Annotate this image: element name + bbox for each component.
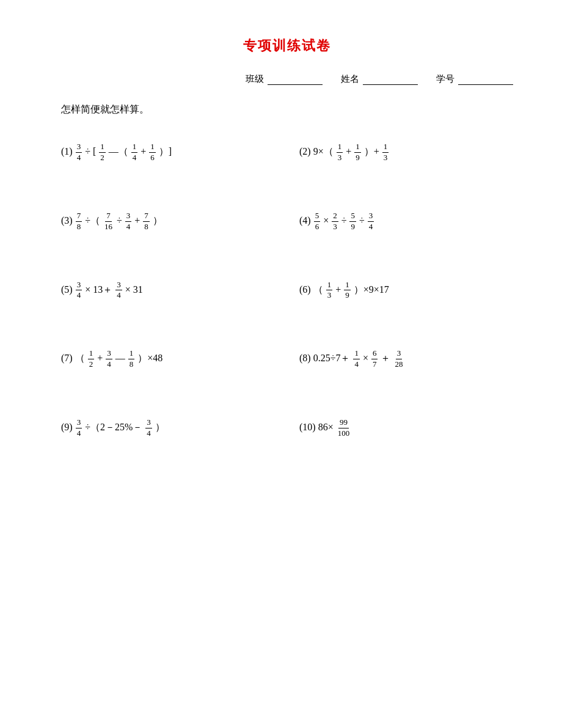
problem-4-expr: 56 × 23 ÷ 59 ÷ 34 bbox=[313, 215, 375, 226]
problem-pair-4: (7) （ 12 + 34 — 18 ）×48 (8) 0.25÷7＋ bbox=[61, 348, 513, 370]
frac-2-2: 19 bbox=[354, 142, 361, 163]
problem-8: (8) 0.25÷7＋ 14 × 67 ＋ 328 bbox=[299, 348, 513, 370]
class-field: 班级 bbox=[246, 73, 323, 85]
problem-2-expr: 9×（ 13 + 19 ）+ 13 bbox=[313, 146, 390, 156]
problem-4-num: (4) bbox=[299, 215, 313, 226]
frac-6-2: 19 bbox=[344, 280, 351, 301]
problem-9: (9) 34 ÷（2－25%－ 34 ） bbox=[61, 417, 275, 439]
problem-6-expr: （ 13 + 19 ）×9×17 bbox=[313, 284, 389, 295]
header-info: 班级 姓名 学号 bbox=[61, 73, 513, 85]
frac-4-2: 23 bbox=[332, 211, 338, 232]
frac-2-1: 13 bbox=[337, 142, 343, 163]
problem-row-2: (3) 78 ÷（ 716 ÷ 34 + 78 ） (4) bbox=[61, 200, 513, 269]
id-underline bbox=[458, 74, 513, 85]
problem-3: (3) 78 ÷（ 716 ÷ 34 + 78 ） bbox=[61, 211, 275, 232]
frac-7-1: 12 bbox=[88, 348, 95, 370]
problem-7-expr: （ 12 + 34 — 18 ）×48 bbox=[75, 353, 163, 363]
frac-8-2: 67 bbox=[371, 348, 378, 370]
frac-4-1: 56 bbox=[314, 211, 321, 232]
id-label: 学号 bbox=[436, 73, 454, 85]
frac-1-1: 34 bbox=[76, 142, 82, 163]
problem-8-expr: 0.25÷7＋ 14 × 67 ＋ 328 bbox=[313, 353, 405, 363]
problem-row-1: (1) 34 ÷ [ 12 —（ 14 + 16 ）] (2) bbox=[61, 131, 513, 200]
problem-4: (4) 56 × 23 ÷ 59 ÷ 34 bbox=[299, 211, 513, 232]
problem-2: (2) 9×（ 13 + 19 ）+ 13 bbox=[299, 142, 513, 163]
frac-1-3: 14 bbox=[131, 142, 138, 163]
problem-row-4: (7) （ 12 + 34 — 18 ）×48 (8) 0.25÷7＋ bbox=[61, 337, 513, 406]
name-field: 姓名 bbox=[341, 73, 418, 85]
problem-1-num: (1) bbox=[61, 146, 75, 156]
page: 专项训练试卷 班级 姓名 学号 怎样简便就怎样算。 (1) bbox=[0, 0, 562, 728]
page-title: 专项训练试卷 bbox=[61, 37, 513, 55]
problem-9-num: (9) bbox=[61, 422, 75, 432]
name-underline bbox=[363, 74, 418, 85]
frac-2-3: 13 bbox=[382, 142, 389, 163]
frac-4-4: 34 bbox=[368, 211, 374, 232]
problem-row-5: (9) 34 ÷（2－25%－ 34 ） (10) 86× 99100 bbox=[61, 406, 513, 476]
frac-8-3: 328 bbox=[393, 348, 404, 370]
frac-8-1: 14 bbox=[353, 348, 360, 370]
problem-7: (7) （ 12 + 34 — 18 ）×48 bbox=[61, 348, 275, 370]
frac-6-1: 13 bbox=[326, 280, 333, 301]
problem-5-num: (5) bbox=[61, 284, 75, 295]
problems-container: (1) 34 ÷ [ 12 —（ 14 + 16 ）] (2) bbox=[61, 131, 513, 476]
id-field: 学号 bbox=[436, 73, 513, 85]
frac-3-2: 716 bbox=[103, 211, 114, 232]
problem-pair-2: (3) 78 ÷（ 716 ÷ 34 + 78 ） (4) bbox=[61, 211, 513, 232]
problem-pair-1: (1) 34 ÷ [ 12 —（ 14 + 16 ）] (2) bbox=[61, 142, 513, 163]
frac-4-3: 59 bbox=[349, 211, 356, 232]
frac-10-1: 99100 bbox=[337, 417, 351, 439]
problem-3-expr: 78 ÷（ 716 ÷ 34 + 78 ） bbox=[75, 215, 162, 226]
problem-1-expr: 34 ÷ [ 12 —（ 14 + 16 ）] bbox=[75, 146, 172, 156]
problem-10-expr: 86× 99100 bbox=[318, 422, 352, 432]
frac-9-2: 34 bbox=[145, 417, 152, 439]
problem-6: (6) （ 13 + 19 ）×9×17 bbox=[299, 280, 513, 301]
problem-6-num: (6) bbox=[299, 284, 313, 295]
frac-5-1: 34 bbox=[76, 280, 82, 301]
problem-row-3: (5) 34 × 13＋ 34 × 31 (6) （ 13 + 19 bbox=[61, 269, 513, 338]
problem-3-num: (3) bbox=[61, 215, 75, 226]
instruction-text: 怎样简便就怎样算。 bbox=[61, 103, 513, 116]
problem-7-num: (7) bbox=[61, 353, 75, 363]
frac-9-1: 34 bbox=[76, 417, 82, 439]
name-label: 姓名 bbox=[341, 73, 359, 85]
frac-3-4: 78 bbox=[143, 211, 150, 232]
frac-3-3: 34 bbox=[125, 211, 132, 232]
problem-10: (10) 86× 99100 bbox=[299, 417, 513, 439]
class-underline bbox=[268, 74, 323, 85]
frac-1-4: 16 bbox=[149, 142, 156, 163]
frac-3-1: 78 bbox=[76, 211, 82, 232]
problem-5-expr: 34 × 13＋ 34 × 31 bbox=[75, 284, 143, 295]
frac-1-2: 12 bbox=[99, 142, 106, 163]
problem-5: (5) 34 × 13＋ 34 × 31 bbox=[61, 280, 275, 301]
problem-8-num: (8) bbox=[299, 353, 313, 363]
problem-2-num: (2) bbox=[299, 146, 313, 156]
problem-pair-5: (9) 34 ÷（2－25%－ 34 ） (10) 86× 99100 bbox=[61, 417, 513, 439]
class-label: 班级 bbox=[246, 73, 264, 85]
frac-5-2: 34 bbox=[115, 280, 122, 301]
frac-7-2: 34 bbox=[106, 348, 112, 370]
problem-pair-3: (5) 34 × 13＋ 34 × 31 (6) （ 13 + 19 bbox=[61, 280, 513, 301]
problem-10-num: (10) bbox=[299, 422, 318, 432]
problem-1: (1) 34 ÷ [ 12 —（ 14 + 16 ）] bbox=[61, 142, 275, 163]
frac-7-3: 18 bbox=[128, 348, 135, 370]
problem-9-expr: 34 ÷（2－25%－ 34 ） bbox=[75, 422, 165, 432]
